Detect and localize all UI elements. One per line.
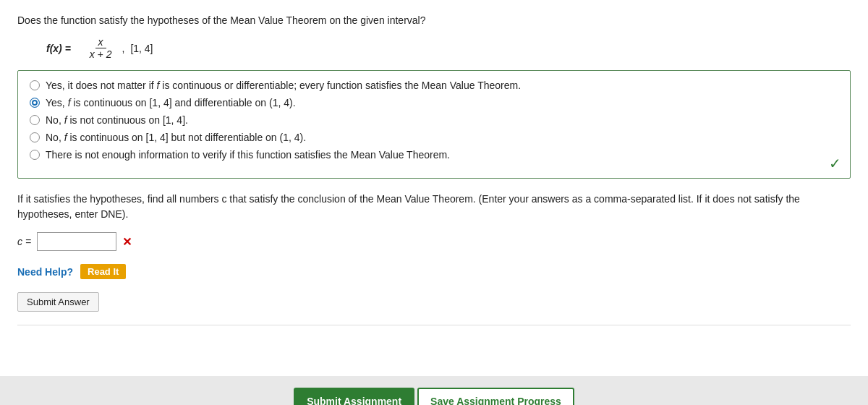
read-it-button[interactable]: Read It: [80, 264, 126, 279]
save-progress-button[interactable]: Save Assignment Progress: [417, 388, 574, 405]
c-label: c =: [17, 236, 31, 247]
comma: ,: [122, 43, 124, 54]
radio-2[interactable]: [30, 98, 40, 108]
option-text-3: No, f is not continuous on [1, 4].: [46, 114, 188, 126]
option-row-3[interactable]: No, f is not continuous on [1, 4].: [30, 114, 838, 126]
bottom-bar: Submit Assignment Save Assignment Progre…: [0, 376, 868, 405]
radio-4[interactable]: [30, 132, 40, 142]
options-box: Yes, it does not matter if f is continuo…: [17, 70, 851, 179]
radio-1[interactable]: [30, 80, 40, 90]
option-text-2: Yes, f is continuous on [1, 4] and diffe…: [46, 97, 296, 108]
interval: [1, 4]: [130, 43, 153, 54]
c-input[interactable]: [37, 232, 116, 251]
function-label: f(x) =: [46, 43, 71, 54]
option-row-4[interactable]: No, f is continuous on [1, 4] but not di…: [30, 132, 838, 143]
correct-checkmark: ✓: [829, 155, 841, 172]
divider: [17, 325, 851, 325]
question-text: Does the function satisfy the hypotheses…: [17, 14, 851, 26]
fraction-spacer: [77, 43, 80, 54]
option-text-1: Yes, it does not matter if f is continuo…: [46, 80, 521, 91]
submit-assignment-button[interactable]: Submit Assignment: [294, 388, 414, 405]
clear-button[interactable]: ✕: [122, 235, 132, 249]
option-row-2[interactable]: Yes, f is continuous on [1, 4] and diffe…: [30, 97, 838, 108]
function-display: f(x) = x x + 2 , [1, 4]: [17, 36, 851, 60]
radio-3[interactable]: [30, 115, 40, 125]
function-fraction: x x + 2: [87, 36, 115, 60]
radio-5[interactable]: [30, 150, 40, 160]
option-row-1[interactable]: Yes, it does not matter if f is continuo…: [30, 80, 838, 91]
need-help-row: Need Help? Read It: [17, 264, 851, 279]
need-help-label: Need Help?: [17, 266, 73, 278]
submit-answer-button[interactable]: Submit Answer: [17, 292, 99, 312]
option-text-5: There is not enough information to verif…: [46, 149, 450, 161]
option-text-4: No, f is continuous on [1, 4] but not di…: [46, 132, 306, 143]
option-row-5[interactable]: There is not enough information to verif…: [30, 149, 838, 161]
followup-text: If it satisfies the hypotheses, find all…: [17, 192, 851, 222]
numerator: x: [95, 36, 106, 48]
c-input-row: c = ✕: [17, 232, 851, 251]
denominator: x + 2: [87, 48, 115, 60]
